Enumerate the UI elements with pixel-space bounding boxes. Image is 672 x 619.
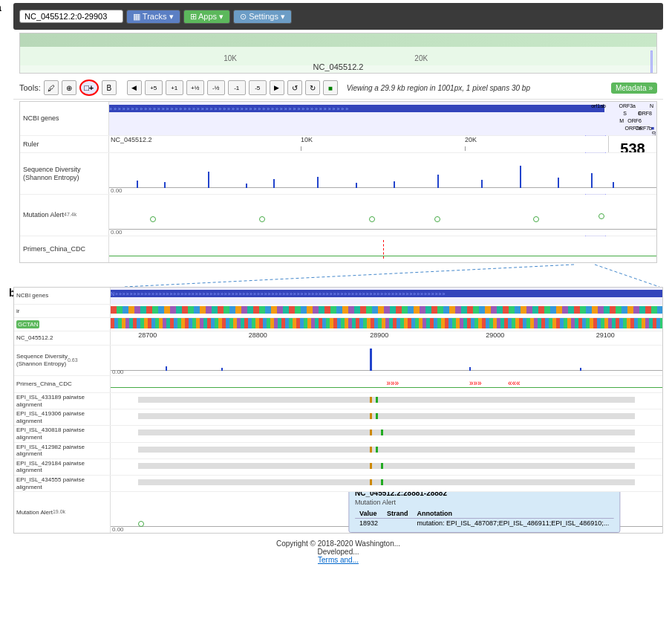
detail-epi4-row: EPI_ISL_412982 pairwisealignment xyxy=(14,443,662,459)
detail-epi1-label: EPI_ISL_433189 pairwisealignment xyxy=(14,393,111,409)
nav-minushalf[interactable]: -½ xyxy=(207,80,225,95)
tooltip-col-annotation: Annotation xyxy=(413,509,614,519)
seq-div-label-text: Sequence Diversity(Shannon Entropy) xyxy=(23,166,81,182)
bp-box: 538 bp flip to cancel xyxy=(608,136,656,152)
ruler-content: NC_045512.2 10K 20K 538 bp flip to cance… xyxy=(109,136,656,152)
mutation-circle-2 xyxy=(259,216,265,222)
detail-gctan-row: GCTAN xyxy=(14,318,662,331)
seq-div-content: 0.00 xyxy=(109,153,656,194)
detail-mutation-label: Mutation Alert 19.0k xyxy=(14,492,111,533)
metadata-button[interactable]: Metadata » xyxy=(611,82,657,94)
detail-epi2-row: EPI_ISL_419306 pairwisealignment xyxy=(14,409,662,426)
detail-mutation-content: 0.00 NC_045512.2:28881-28882 Mutation Al… xyxy=(111,492,662,533)
svg-line-0 xyxy=(125,265,574,287)
detail-ir-content xyxy=(111,305,662,315)
nav-plushalf[interactable]: +½ xyxy=(186,80,204,95)
detail-ncbi-genes-row: NCBI genes N»»»»»»»»»»»»»»»»»»»»»»»»»»»»… xyxy=(14,288,662,305)
panel-a-label: a xyxy=(0,1,1,13)
tooltip-strand xyxy=(382,519,413,528)
tooltip-row: 18932 mutation: EPI_ISL_487087;EPI_ISL_4… xyxy=(355,519,613,528)
select-tool-highlighted[interactable]: □+ xyxy=(79,80,99,96)
mutation-content: 0.00 xyxy=(109,195,656,236)
detail-epi4-content xyxy=(111,443,662,456)
detail-ruler-row: NC_045512.2 28700 28800 28900 29000 2910… xyxy=(14,331,662,346)
detail-primers-content: »»» »»» ««« xyxy=(111,376,662,392)
ncbi-genes-content: »»»»»»»»»»»»»»»»»»»»»»»»»»»»»»»»»»»»»»»»… xyxy=(109,102,656,135)
detail-mutation-row: Mutation Alert 19.0k 0.00 NC_045512.2:28… xyxy=(14,492,662,533)
tracks-button[interactable]: ▦ Tracks ▾ xyxy=(126,10,180,24)
tooltip-col-strand: Strand xyxy=(382,509,413,519)
viewing-text: Viewing a 29.9 kb region in 1001px, 1 pi… xyxy=(347,84,530,92)
copyright-text: Copyright © 2018-2020 Washington... xyxy=(276,539,400,548)
detail-epi5-label: EPI_ISL_429184 pairwisealignment xyxy=(14,459,111,475)
nav-plus5[interactable]: +5 xyxy=(145,80,163,95)
mutation-circle-4 xyxy=(434,216,440,222)
tooltip-val: 18932 xyxy=(355,519,382,528)
chr-label: NC_045512.2 xyxy=(313,62,364,71)
detail-epi6-row: EPI_ISL_434555 pairwisealignment xyxy=(14,476,662,492)
detail-primers-label: Primers_China_CDC xyxy=(14,376,111,392)
top-toolbar: NC_045512.2:0-29903 ▦ Tracks ▾ ⊞ Apps ▾ … xyxy=(13,3,663,30)
nav-plus1[interactable]: +1 xyxy=(166,80,183,95)
detail-epi1-row: EPI_ISL_433189 pairwisealignment xyxy=(14,393,662,409)
detail-gctan-label: GCTAN xyxy=(14,318,111,331)
nav-minus5[interactable]: -5 xyxy=(249,80,267,95)
detail-ruler-content: 28700 28800 28900 29000 29100 xyxy=(111,331,662,345)
bookmark-tool[interactable]: ■ xyxy=(323,80,338,95)
detail-epi6-content xyxy=(111,476,662,489)
ruler-label: Ruler xyxy=(20,136,109,152)
mutation-alert-label: Mutation Alert 47.4k xyxy=(20,195,109,236)
tools-row: Tools: 🖊 ⊕ □+ B ◀ +5 +1 +½ -½ -1 -5 ▶ ↺ … xyxy=(13,77,663,100)
svg-line-1 xyxy=(595,265,659,287)
overview-20k: 20K xyxy=(414,54,428,62)
overview-highlight xyxy=(650,51,653,74)
detail-ir-row: ir xyxy=(14,305,662,318)
redo-tool[interactable]: ↻ xyxy=(305,80,320,95)
overview-track xyxy=(20,33,656,47)
undo-tool[interactable]: ↺ xyxy=(287,80,302,95)
developed-text: Developed... xyxy=(317,548,359,556)
overview-10k: 10K xyxy=(224,54,237,62)
detail-gctan-content xyxy=(111,318,662,328)
seq-div-row: Sequence Diversity(Shannon Entropy) 0.63… xyxy=(20,153,656,195)
detail-epi2-label: EPI_ISL_419306 pairwisealignment xyxy=(14,409,111,425)
settings-button[interactable]: ⊙ Settings ▾ xyxy=(233,10,292,24)
detail-ncbi-genes-content: N»»»»»»»»»»»»»»»»»»»»»»»»»»»»»»»»»»»»»»»… xyxy=(111,288,662,304)
detail-epi5-content xyxy=(111,459,662,473)
seq-div-baseline xyxy=(109,187,656,188)
nav-forward[interactable]: ▶ xyxy=(270,80,284,95)
detail-epi5-row: EPI_ISL_429184 pairwisealignment xyxy=(14,459,662,476)
primers-label: Primers_China_CDC xyxy=(20,236,109,262)
tooltip-annotation: mutation: EPI_ISL_487087;EPI_ISL_486911;… xyxy=(413,519,614,528)
genome-panel-a: NCBI genes »»»»»»»»»»»»»»»»»»»»»»»»»»»»»… xyxy=(19,101,657,263)
tooltip-type: Mutation Alert xyxy=(355,499,613,506)
primers-content xyxy=(109,236,656,262)
detail-primers-row: Primers_China_CDC »»» »»» ««« xyxy=(14,376,662,393)
detail-seq-div-row: Sequence Diversity(Shannon Entropy) 0.63… xyxy=(14,346,662,376)
mutation-baseline xyxy=(109,229,656,230)
seq-div-label: Sequence Diversity(Shannon Entropy) 0.63 xyxy=(20,153,109,194)
terms-link[interactable]: Terms and... xyxy=(318,556,359,564)
ncbi-genes-label: NCBI genes xyxy=(20,102,109,135)
region-input[interactable]: NC_045512.2:0-29903 xyxy=(19,10,123,23)
nav-back[interactable]: ◀ xyxy=(127,80,142,95)
detail-epi3-row: EPI_ISL_430818 pairwisealignment xyxy=(14,426,662,442)
footer: Copyright © 2018-2020 Washington... Deve… xyxy=(13,537,663,567)
mutation-circle-3 xyxy=(369,216,375,222)
pan-tool[interactable]: B xyxy=(102,80,117,95)
detail-chr-label: NC_045512.2 xyxy=(14,331,111,345)
pointer-tool[interactable]: 🖊 xyxy=(44,80,59,95)
mutation-circle-6 xyxy=(598,213,604,219)
detail-epi2-content xyxy=(111,409,662,423)
bp-value: 538 xyxy=(620,140,645,153)
mutation-circle-1 xyxy=(150,216,156,222)
detail-epi1-content xyxy=(111,393,662,406)
detail-ir-label: ir xyxy=(14,305,111,317)
primers-row: Primers_China_CDC xyxy=(20,236,656,262)
detail-epi4-label: EPI_ISL_412982 pairwisealignment xyxy=(14,443,111,458)
zoom-tool[interactable]: ⊕ xyxy=(62,80,76,95)
nav-minus1[interactable]: -1 xyxy=(228,80,246,95)
tooltip-col-value: Value xyxy=(355,509,382,519)
mutation-label-text: Mutation Alert xyxy=(23,211,64,219)
apps-button[interactable]: ⊞ Apps ▾ xyxy=(183,10,231,24)
